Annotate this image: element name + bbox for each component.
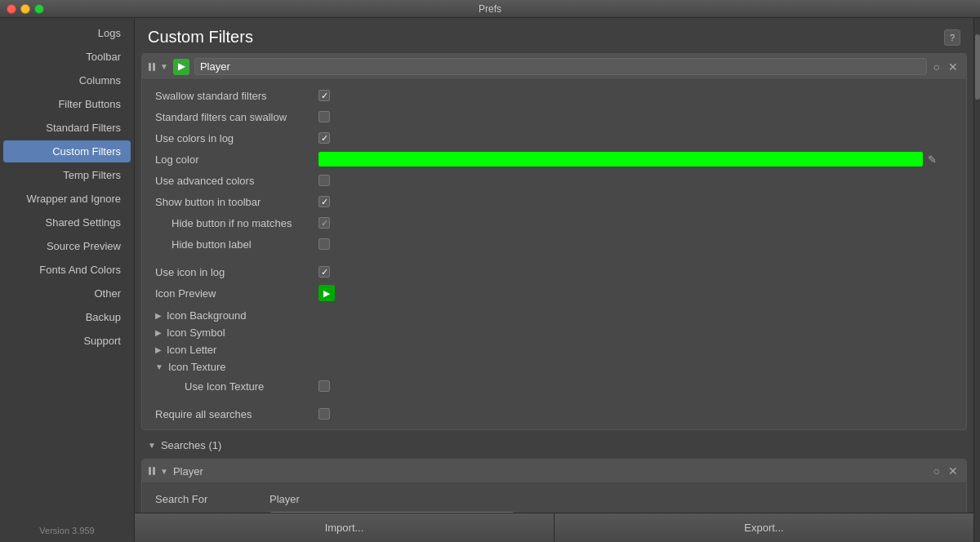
minimize-button[interactable] xyxy=(20,4,30,14)
setting-row: Hide button if no matches xyxy=(142,212,966,233)
setting-row: Use colors in log xyxy=(142,127,966,149)
content-area: Custom Filters ? ▼ ▶ ○ xyxy=(135,18,973,542)
sidebar-item-backup[interactable]: Backup xyxy=(3,306,131,328)
inner-pause-icon[interactable] xyxy=(149,467,155,475)
close-button[interactable] xyxy=(7,4,16,14)
page-title: Custom Filters xyxy=(148,28,253,47)
sidebar-item-filter-buttons[interactable]: Filter Buttons xyxy=(3,93,131,115)
sidebar-item-source-preview[interactable]: Source Preview xyxy=(3,235,131,257)
inner-settings-body: Search For Player Search Type ExactCaseI… xyxy=(142,483,966,513)
icon-background-disclosure[interactable]: ▶ Icon Background xyxy=(142,307,966,324)
setting-row: Swallow standard filters xyxy=(142,85,966,106)
setting-row: Use icon in log xyxy=(142,261,966,282)
setting-row: Use advanced colors xyxy=(142,170,966,191)
log-color-label: Log color xyxy=(155,153,318,166)
setting-row: Require all searches xyxy=(142,403,966,424)
sidebar-item-custom-filters[interactable]: Custom Filters xyxy=(3,140,131,162)
dropdown-arrow-icon[interactable]: ▼ xyxy=(160,62,168,71)
chevron-right-icon: ▶ xyxy=(155,345,162,354)
hide-button-label-label: Hide button label xyxy=(155,238,318,251)
filter-section: ▼ ▶ ○ ✕ Swallow standard filters xyxy=(141,53,967,430)
setting-row: Hide button label xyxy=(142,233,966,255)
hide-button-label-checkbox[interactable] xyxy=(318,238,330,250)
searches-section: ▼ Searches (1) ▼ Player ○ ✕ xyxy=(141,435,967,513)
filter-header: ▼ ▶ ○ ✕ xyxy=(142,54,966,80)
maximize-button[interactable] xyxy=(34,4,44,14)
setting-row: Standard filters can swallow xyxy=(142,106,966,127)
pencil-icon[interactable]: ✎ xyxy=(928,153,937,166)
chevron-right-icon: ▶ xyxy=(155,311,162,320)
sidebar-item-fonts-and-colors[interactable]: Fonts And Colors xyxy=(3,259,131,281)
icon-letter-disclosure[interactable]: ▶ Icon Letter xyxy=(142,341,966,358)
searches-header[interactable]: ▼ Searches (1) xyxy=(141,435,967,455)
use-advanced-colors-label: Use advanced colors xyxy=(155,175,318,187)
icon-symbol-disclosure[interactable]: ▶ Icon Symbol xyxy=(142,324,966,341)
sidebar-item-toolbar[interactable]: Toolbar xyxy=(3,46,131,68)
swallow-standard-checkbox[interactable] xyxy=(318,90,330,101)
hide-button-no-matches-label: Hide button if no matches xyxy=(155,217,318,229)
standard-can-swallow-checkbox[interactable] xyxy=(318,111,330,122)
require-all-searches-checkbox[interactable] xyxy=(318,408,330,420)
icon-preview-box: ▶ xyxy=(318,285,335,301)
use-icon-log-checkbox[interactable] xyxy=(318,266,330,278)
main-content: Logs Toolbar Columns Filter Buttons Stan… xyxy=(0,18,980,542)
scrollbar-thumb[interactable] xyxy=(975,34,980,100)
sidebar-item-standard-filters[interactable]: Standard Filters xyxy=(3,117,131,139)
icon-letter-label: Icon Letter xyxy=(167,344,216,356)
sidebar-item-wrapper-and-ignore[interactable]: Wrapper and Ignore xyxy=(3,188,131,210)
swallow-standard-label: Swallow standard filters xyxy=(155,90,318,102)
filter-name-input[interactable] xyxy=(194,58,927,75)
hide-button-no-matches-checkbox[interactable] xyxy=(318,217,330,229)
sidebar-item-other[interactable]: Other xyxy=(3,282,131,304)
icon-symbol-label: Icon Symbol xyxy=(167,327,225,339)
inner-filter-close-icon[interactable]: ✕ xyxy=(947,463,960,479)
show-button-toolbar-checkbox[interactable] xyxy=(318,196,330,207)
searches-header-label: Searches (1) xyxy=(161,439,221,451)
search-for-label: Search For xyxy=(155,493,270,505)
title-bar: Prefs xyxy=(0,0,980,18)
inner-filter-settings-icon[interactable]: ○ xyxy=(932,463,942,479)
pause-icon[interactable] xyxy=(149,63,155,71)
icon-preview-label: Icon Preview xyxy=(155,287,318,300)
inner-filter-header: ▼ Player ○ ✕ xyxy=(142,460,966,483)
filter-settings-icon[interactable]: ○ xyxy=(932,59,942,75)
scrollbar[interactable] xyxy=(973,18,980,542)
version-label: Version 3.959 xyxy=(0,519,134,542)
log-color-bar[interactable] xyxy=(318,152,923,167)
use-icon-log-label: Use icon in log xyxy=(155,266,318,278)
setting-row: Log color ✎ xyxy=(142,149,966,170)
inner-filter-name: Player xyxy=(173,465,203,478)
sidebar-item-columns[interactable]: Columns xyxy=(3,69,131,91)
content-header: Custom Filters ? xyxy=(135,18,973,53)
show-button-toolbar-label: Show button in toolbar xyxy=(155,196,318,208)
sidebar-item-shared-settings[interactable]: Shared Settings xyxy=(3,211,131,233)
search-type-dropdown-wrapper[interactable]: ExactCaseInsensitive ExactCaseSensitive … xyxy=(270,512,514,513)
export-button[interactable]: Export... xyxy=(555,513,973,542)
search-for-row: Search For Player xyxy=(142,488,966,509)
color-bar-container: ✎ xyxy=(318,152,953,167)
filter-close-icon[interactable]: ✕ xyxy=(947,59,960,75)
icon-background-label: Icon Background xyxy=(167,309,247,322)
use-icon-texture-label: Use Icon Texture xyxy=(155,380,318,393)
import-button[interactable]: Import... xyxy=(135,513,555,542)
sidebar-item-support[interactable]: Support xyxy=(3,330,131,352)
setting-row: Icon Preview ▶ xyxy=(142,282,966,304)
setting-row: Show button in toolbar xyxy=(142,191,966,212)
chevron-down-icon: ▼ xyxy=(155,362,163,371)
use-advanced-colors-checkbox[interactable] xyxy=(318,175,330,186)
icon-texture-label: Icon Texture xyxy=(168,361,226,373)
help-button[interactable]: ? xyxy=(944,29,960,46)
require-all-searches-label: Require all searches xyxy=(155,408,318,420)
use-icon-texture-checkbox[interactable] xyxy=(318,380,330,392)
standard-can-swallow-label: Standard filters can swallow xyxy=(155,111,318,123)
filter-icon: ▶ xyxy=(173,59,189,75)
search-for-value: Player xyxy=(270,493,300,505)
window-controls[interactable] xyxy=(7,4,44,14)
icon-texture-disclosure[interactable]: ▼ Icon Texture xyxy=(142,358,966,375)
use-colors-checkbox[interactable] xyxy=(318,132,330,144)
inner-dropdown-arrow-icon[interactable]: ▼ xyxy=(160,467,168,476)
sidebar-item-temp-filters[interactable]: Temp Filters xyxy=(3,164,131,186)
use-colors-label: Use colors in log xyxy=(155,132,318,144)
search-type-dropdown[interactable]: ExactCaseInsensitive ExactCaseSensitive … xyxy=(270,512,514,513)
sidebar-item-logs[interactable]: Logs xyxy=(3,22,131,44)
